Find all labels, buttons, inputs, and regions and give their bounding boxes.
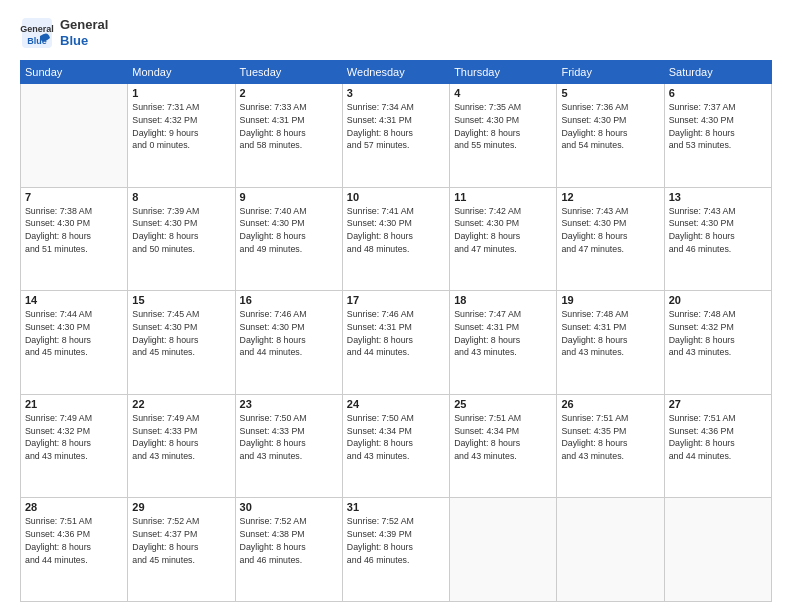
calendar-cell: 16Sunrise: 7:46 AMSunset: 4:30 PMDayligh… [235, 291, 342, 395]
day-info: Sunrise: 7:50 AMSunset: 4:33 PMDaylight:… [240, 412, 338, 463]
calendar-cell: 28Sunrise: 7:51 AMSunset: 4:36 PMDayligh… [21, 498, 128, 602]
calendar-cell: 26Sunrise: 7:51 AMSunset: 4:35 PMDayligh… [557, 394, 664, 498]
day-info: Sunrise: 7:52 AMSunset: 4:38 PMDaylight:… [240, 515, 338, 566]
day-info: Sunrise: 7:47 AMSunset: 4:31 PMDaylight:… [454, 308, 552, 359]
day-number: 27 [669, 398, 767, 410]
calendar-cell: 4Sunrise: 7:35 AMSunset: 4:30 PMDaylight… [450, 84, 557, 188]
calendar-cell: 29Sunrise: 7:52 AMSunset: 4:37 PMDayligh… [128, 498, 235, 602]
day-info: Sunrise: 7:50 AMSunset: 4:34 PMDaylight:… [347, 412, 445, 463]
day-number: 9 [240, 191, 338, 203]
calendar-cell: 13Sunrise: 7:43 AMSunset: 4:30 PMDayligh… [664, 187, 771, 291]
calendar-cell: 9Sunrise: 7:40 AMSunset: 4:30 PMDaylight… [235, 187, 342, 291]
calendar-cell: 3Sunrise: 7:34 AMSunset: 4:31 PMDaylight… [342, 84, 449, 188]
header-thursday: Thursday [450, 61, 557, 84]
header-sunday: Sunday [21, 61, 128, 84]
day-number: 25 [454, 398, 552, 410]
day-number: 21 [25, 398, 123, 410]
calendar-cell: 24Sunrise: 7:50 AMSunset: 4:34 PMDayligh… [342, 394, 449, 498]
calendar-table: SundayMondayTuesdayWednesdayThursdayFrid… [20, 60, 772, 602]
svg-text:General: General [20, 24, 54, 34]
day-info: Sunrise: 7:37 AMSunset: 4:30 PMDaylight:… [669, 101, 767, 152]
day-info: Sunrise: 7:40 AMSunset: 4:30 PMDaylight:… [240, 205, 338, 256]
calendar-cell: 8Sunrise: 7:39 AMSunset: 4:30 PMDaylight… [128, 187, 235, 291]
calendar-cell [21, 84, 128, 188]
calendar-week-3: 21Sunrise: 7:49 AMSunset: 4:32 PMDayligh… [21, 394, 772, 498]
day-info: Sunrise: 7:43 AMSunset: 4:30 PMDaylight:… [561, 205, 659, 256]
calendar-cell: 20Sunrise: 7:48 AMSunset: 4:32 PMDayligh… [664, 291, 771, 395]
calendar-cell: 17Sunrise: 7:46 AMSunset: 4:31 PMDayligh… [342, 291, 449, 395]
day-info: Sunrise: 7:35 AMSunset: 4:30 PMDaylight:… [454, 101, 552, 152]
calendar-week-0: 1Sunrise: 7:31 AMSunset: 4:32 PMDaylight… [21, 84, 772, 188]
calendar-cell: 11Sunrise: 7:42 AMSunset: 4:30 PMDayligh… [450, 187, 557, 291]
day-number: 14 [25, 294, 123, 306]
header-monday: Monday [128, 61, 235, 84]
day-number: 28 [25, 501, 123, 513]
calendar-cell: 23Sunrise: 7:50 AMSunset: 4:33 PMDayligh… [235, 394, 342, 498]
calendar-cell: 14Sunrise: 7:44 AMSunset: 4:30 PMDayligh… [21, 291, 128, 395]
day-info: Sunrise: 7:43 AMSunset: 4:30 PMDaylight:… [669, 205, 767, 256]
logo-svg: General Blue [20, 16, 54, 50]
day-number: 4 [454, 87, 552, 99]
day-info: Sunrise: 7:46 AMSunset: 4:31 PMDaylight:… [347, 308, 445, 359]
day-number: 3 [347, 87, 445, 99]
day-number: 1 [132, 87, 230, 99]
day-number: 18 [454, 294, 552, 306]
day-number: 7 [25, 191, 123, 203]
logo: General Blue General Blue [20, 16, 108, 50]
calendar-cell: 21Sunrise: 7:49 AMSunset: 4:32 PMDayligh… [21, 394, 128, 498]
calendar-cell: 5Sunrise: 7:36 AMSunset: 4:30 PMDaylight… [557, 84, 664, 188]
day-info: Sunrise: 7:36 AMSunset: 4:30 PMDaylight:… [561, 101, 659, 152]
header: General Blue General Blue [20, 16, 772, 50]
day-number: 10 [347, 191, 445, 203]
day-info: Sunrise: 7:41 AMSunset: 4:30 PMDaylight:… [347, 205, 445, 256]
day-info: Sunrise: 7:34 AMSunset: 4:31 PMDaylight:… [347, 101, 445, 152]
day-number: 29 [132, 501, 230, 513]
day-number: 13 [669, 191, 767, 203]
day-info: Sunrise: 7:48 AMSunset: 4:31 PMDaylight:… [561, 308, 659, 359]
day-number: 31 [347, 501, 445, 513]
calendar-week-2: 14Sunrise: 7:44 AMSunset: 4:30 PMDayligh… [21, 291, 772, 395]
header-wednesday: Wednesday [342, 61, 449, 84]
day-number: 24 [347, 398, 445, 410]
day-info: Sunrise: 7:51 AMSunset: 4:35 PMDaylight:… [561, 412, 659, 463]
header-saturday: Saturday [664, 61, 771, 84]
header-friday: Friday [557, 61, 664, 84]
day-info: Sunrise: 7:31 AMSunset: 4:32 PMDaylight:… [132, 101, 230, 152]
calendar-cell [450, 498, 557, 602]
day-info: Sunrise: 7:45 AMSunset: 4:30 PMDaylight:… [132, 308, 230, 359]
calendar-cell: 22Sunrise: 7:49 AMSunset: 4:33 PMDayligh… [128, 394, 235, 498]
day-info: Sunrise: 7:38 AMSunset: 4:30 PMDaylight:… [25, 205, 123, 256]
calendar-cell: 18Sunrise: 7:47 AMSunset: 4:31 PMDayligh… [450, 291, 557, 395]
calendar-week-1: 7Sunrise: 7:38 AMSunset: 4:30 PMDaylight… [21, 187, 772, 291]
day-number: 19 [561, 294, 659, 306]
page: General Blue General Blue SundayMondayTu… [0, 0, 792, 612]
calendar-cell [557, 498, 664, 602]
day-info: Sunrise: 7:39 AMSunset: 4:30 PMDaylight:… [132, 205, 230, 256]
day-number: 26 [561, 398, 659, 410]
day-info: Sunrise: 7:52 AMSunset: 4:39 PMDaylight:… [347, 515, 445, 566]
day-info: Sunrise: 7:46 AMSunset: 4:30 PMDaylight:… [240, 308, 338, 359]
day-number: 8 [132, 191, 230, 203]
logo-line1: General [60, 17, 108, 33]
calendar-cell: 1Sunrise: 7:31 AMSunset: 4:32 PMDaylight… [128, 84, 235, 188]
day-info: Sunrise: 7:51 AMSunset: 4:36 PMDaylight:… [669, 412, 767, 463]
day-info: Sunrise: 7:42 AMSunset: 4:30 PMDaylight:… [454, 205, 552, 256]
svg-text:Blue: Blue [27, 36, 47, 46]
calendar-cell: 12Sunrise: 7:43 AMSunset: 4:30 PMDayligh… [557, 187, 664, 291]
day-number: 16 [240, 294, 338, 306]
day-info: Sunrise: 7:48 AMSunset: 4:32 PMDaylight:… [669, 308, 767, 359]
calendar-week-4: 28Sunrise: 7:51 AMSunset: 4:36 PMDayligh… [21, 498, 772, 602]
day-info: Sunrise: 7:49 AMSunset: 4:33 PMDaylight:… [132, 412, 230, 463]
calendar-cell [664, 498, 771, 602]
day-info: Sunrise: 7:52 AMSunset: 4:37 PMDaylight:… [132, 515, 230, 566]
calendar-header-row: SundayMondayTuesdayWednesdayThursdayFrid… [21, 61, 772, 84]
day-info: Sunrise: 7:51 AMSunset: 4:34 PMDaylight:… [454, 412, 552, 463]
day-number: 30 [240, 501, 338, 513]
day-number: 23 [240, 398, 338, 410]
calendar-cell: 27Sunrise: 7:51 AMSunset: 4:36 PMDayligh… [664, 394, 771, 498]
day-number: 12 [561, 191, 659, 203]
logo-line2: Blue [60, 33, 108, 49]
day-info: Sunrise: 7:44 AMSunset: 4:30 PMDaylight:… [25, 308, 123, 359]
calendar-cell: 2Sunrise: 7:33 AMSunset: 4:31 PMDaylight… [235, 84, 342, 188]
calendar-cell: 31Sunrise: 7:52 AMSunset: 4:39 PMDayligh… [342, 498, 449, 602]
